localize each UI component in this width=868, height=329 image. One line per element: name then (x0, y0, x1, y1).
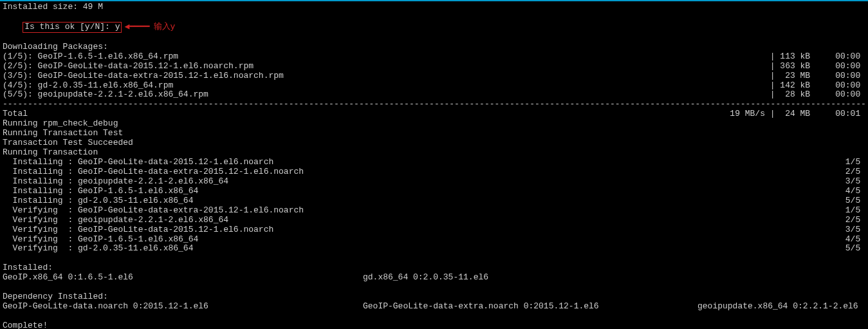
blank-line-2 (3, 283, 865, 292)
total-stats: 19 MB/s | 24 MB 00:01 (730, 109, 865, 119)
transaction-row: Installing : gd-2.0.35-11.el6.x86_645/5 (3, 196, 865, 206)
separator-line: ----------------------------------------… (3, 100, 865, 109)
transaction-row: Installing : GeoIP-GeoLite-data-extra-20… (3, 167, 865, 177)
annotation-arrow-icon: ◀━━━━ (124, 22, 149, 32)
total-line: Total 19 MB/s | 24 MB 00:01 (3, 109, 865, 119)
annotation-text: 输入y (154, 22, 176, 32)
package-row: (3/5): GeoIP-GeoLite-data-extra-2015.12-… (3, 71, 865, 81)
dependency-item-1: GeoIP-GeoLite-data.noarch 0:2015.12-1.el… (3, 302, 363, 312)
rpm-check-debug-line: Running rpm_check_debug (3, 119, 865, 129)
running-transaction-line: Running Transaction (3, 148, 865, 158)
dependency-items-row: GeoIP-GeoLite-data.noarch 0:2015.12-1.el… (3, 302, 865, 312)
package-stats: | 363 kB 00:00 (770, 62, 865, 71)
transaction-progress: 3/5 (845, 177, 865, 187)
installed-label: Installed: (3, 263, 865, 273)
transaction-text: Installing : gd-2.0.35-11.el6.x86_64 (3, 196, 193, 206)
installed-items-row: GeoIP.x86_64 0:1.6.5-1.el6 gd.x86_64 0:2… (3, 273, 865, 283)
transaction-text: Installing : GeoIP-1.6.5-1.el6.x86_64 (3, 187, 198, 196)
transaction-text: Verifying : gd-2.0.35-11.el6.x86_64 (3, 244, 193, 254)
terminal-output[interactable]: Installed size: 49 M Is this ok [y/N]: y… (0, 1, 868, 329)
installed-size-line: Installed size: 49 M (3, 3, 865, 12)
package-stats: | 28 kB 00:00 (770, 90, 865, 100)
transaction-progress: 4/5 (845, 187, 865, 196)
package-row: (5/5): geoipupdate-2.2.1-2.el6.x86_64.rp… (3, 90, 865, 100)
package-name: (5/5): geoipupdate-2.2.1-2.el6.x86_64.rp… (3, 90, 208, 100)
transaction-progress: 4/5 (845, 235, 865, 245)
transaction-progress: 2/5 (845, 167, 865, 177)
installed-item-2: gd.x86_64 0:2.0.35-11.el6 (363, 273, 697, 283)
transaction-row: Verifying : GeoIP-GeoLite-data-extra-201… (3, 206, 865, 216)
transaction-row: Verifying : gd-2.0.35-11.el6.x86_645/5 (3, 244, 865, 254)
transaction-row: Installing : geoipupdate-2.2.1-2.el6.x86… (3, 177, 865, 187)
transaction-text: Verifying : GeoIP-1.6.5-1.el6.x86_64 (3, 235, 198, 245)
total-label: Total (3, 109, 28, 119)
transaction-progress: 2/5 (845, 216, 865, 225)
confirm-prompt-line: Is this ok [y/N]: y◀━━━━输入y (3, 12, 865, 42)
package-row: (2/5): GeoIP-GeoLite-data-2015.12-1.el6.… (3, 62, 865, 71)
transaction-progress: 5/5 (845, 196, 865, 206)
transaction-progress: 5/5 (845, 244, 865, 254)
installed-item-1: GeoIP.x86_64 0:1.6.5-1.el6 (3, 273, 363, 283)
package-stats: | 23 MB 00:00 (770, 71, 865, 81)
test-succeeded-line: Transaction Test Succeeded (3, 138, 865, 148)
dependency-item-2: GeoIP-GeoLite-data-extra.noarch 0:2015.1… (363, 302, 697, 312)
transaction-text: Installing : GeoIP-GeoLite-data-extra-20… (3, 167, 304, 177)
package-name: (2/5): GeoIP-GeoLite-data-2015.12-1.el6.… (3, 62, 254, 71)
transaction-text: Installing : geoipupdate-2.2.1-2.el6.x86… (3, 177, 228, 187)
transaction-row: Installing : GeoIP-GeoLite-data-2015.12-… (3, 158, 865, 167)
transaction-row: Verifying : GeoIP-GeoLite-data-2015.12-1… (3, 225, 865, 235)
transaction-row: Verifying : geoipupdate-2.2.1-2.el6.x86_… (3, 216, 865, 225)
transaction-progress: 1/5 (845, 206, 865, 216)
transaction-text: Installing : GeoIP-GeoLite-data-2015.12-… (3, 158, 273, 167)
package-name: (4/5): gd-2.0.35-11.el6.x86_64.rpm (3, 81, 173, 91)
blank-line-1 (3, 254, 865, 263)
confirm-prompt-text: Is this ok [y/N]: y (23, 22, 122, 33)
installed-size-text: Installed size: 49 M (3, 3, 103, 12)
transaction-text: Verifying : geoipupdate-2.2.1-2.el6.x86_… (3, 216, 228, 225)
package-row: (1/5): GeoIP-1.6.5-1.el6.x86_64.rpm| 113… (3, 52, 865, 62)
downloading-label: Downloading Packages: (3, 42, 865, 52)
transaction-text: Verifying : GeoIP-GeoLite-data-extra-201… (3, 206, 304, 216)
package-stats: | 142 kB 00:00 (770, 81, 865, 91)
packages-list: (1/5): GeoIP-1.6.5-1.el6.x86_64.rpm| 113… (3, 52, 865, 100)
package-row: (4/5): gd-2.0.35-11.el6.x86_64.rpm| 142 … (3, 81, 865, 91)
complete-line: Complete! (3, 321, 865, 329)
package-stats: | 113 kB 00:00 (770, 52, 865, 62)
package-name: (1/5): GeoIP-1.6.5-1.el6.x86_64.rpm (3, 52, 178, 62)
transaction-progress: 3/5 (845, 225, 865, 235)
transaction-text: Verifying : GeoIP-GeoLite-data-2015.12-1… (3, 225, 273, 235)
dependency-installed-label: Dependency Installed: (3, 292, 865, 302)
dependency-item-3: geoipupdate.x86_64 0:2.2.1-2.el6 (697, 302, 865, 312)
transaction-row: Installing : GeoIP-1.6.5-1.el6.x86_644/5 (3, 187, 865, 196)
transaction-row: Verifying : GeoIP-1.6.5-1.el6.x86_644/5 (3, 235, 865, 245)
transaction-progress: 1/5 (845, 158, 865, 167)
blank-line-3 (3, 312, 865, 321)
transaction-test-line: Running Transaction Test (3, 129, 865, 138)
transactions-list: Installing : GeoIP-GeoLite-data-2015.12-… (3, 158, 865, 254)
package-name: (3/5): GeoIP-GeoLite-data-extra-2015.12-… (3, 71, 284, 81)
